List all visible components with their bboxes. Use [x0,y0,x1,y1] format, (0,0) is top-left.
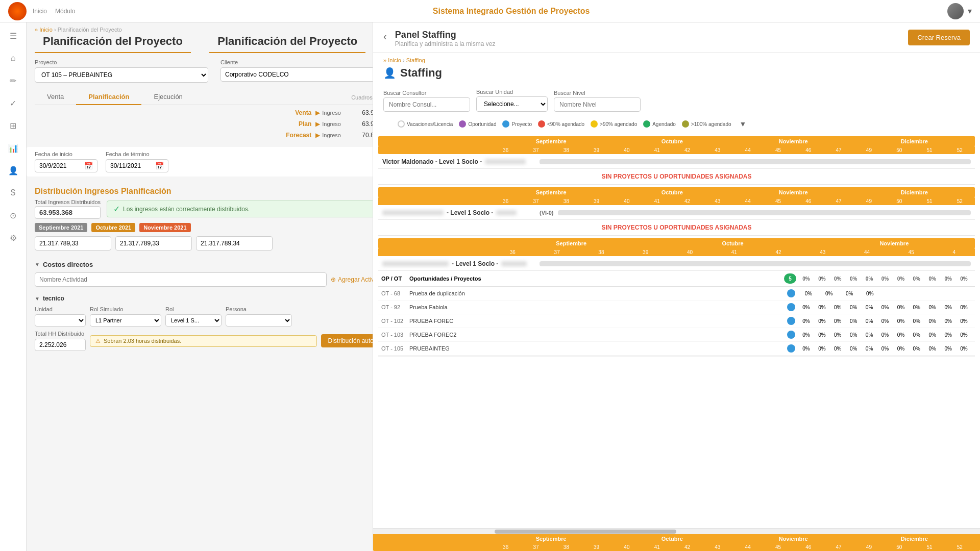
rol-label: Rol [165,306,222,312]
buscar-consultor-label: Buscar Consultor [383,90,470,96]
app-logo[interactable] [8,2,27,20]
month-header-row-3: Septiembre Octubre Noviembre [378,238,975,248]
proj-row-103: OT - 103 PRUEBA FOREC2 0%0%0%0% 0%0%0%0%… [378,328,975,342]
panel-header: ‹ Panel Staffing Planifica y administra … [373,22,980,53]
dist-ok-msg: ✓ Los ingresos están correctamente distr… [107,201,386,217]
proj-dot-105 [787,344,795,353]
buscar-unidad-select[interactable]: Seleccione... [476,96,548,112]
buscar-nivel-input[interactable] [554,97,641,112]
oportunidades-header: Oportunidades / Proyectos [409,276,784,282]
crear-reserva-button[interactable]: Crear Reserva [908,30,970,45]
staffing-grid[interactable]: Septiembre Octubre Noviembre Diciembre 3… [373,134,980,528]
proj-row-105: OT - 105 PRUEBAINTEG 0%0%0%0% 0%0%0%0% 0… [378,342,975,356]
badge-sep: Septiembre 2021 [35,223,87,232]
rol-simulado-select[interactable]: L1 Partner [90,314,161,327]
tab-venta[interactable]: Venta [35,89,76,105]
nav-link-1[interactable]: Inicio [33,8,47,15]
proj-pcts-103: 0%0%0%0% 0%0%0%0% 0%0%0% [798,332,972,338]
user-avatar[interactable] [947,3,964,19]
sidebar-icon-edit[interactable]: ✏ [6,73,20,88]
nav-link-2[interactable]: Módulo [55,8,75,15]
week-header-row-3: 36373839 40414243 44454 [378,248,975,256]
panel-breadcrumb: » Inicio › Staffing [373,53,980,63]
rol-select[interactable]: Level 1 S... [165,314,222,327]
bottom-month-row: Septiembre Octubre Noviembre Diciembre [373,534,980,543]
tabs-row: Venta Planificación Ejecución Cuadros Re… [35,89,386,105]
vi0-label: (VI-0) [540,210,554,216]
cliente-input[interactable] [220,67,394,82]
legend-dot-green [643,120,650,128]
left-sidebar: ☰ ⌂ ✏ ✓ ⊞ 📊 👤 $ ⊙ ⚙ [0,22,27,551]
calendar-icon-inicio[interactable]: 📅 [84,162,93,170]
proj-pcts-105: 0%0%0%0% 0%0%0%0% 0%0%0% [798,346,972,352]
resource-row: Unidad Rol Simulado L1 Partner Rol Level… [35,306,386,327]
tab-ejecucion[interactable]: Ejecución [141,89,194,105]
panel-breadcrumb-inicio[interactable]: » Inicio [383,57,401,63]
sidebar-icon-clock[interactable]: ⊙ [6,208,20,222]
person-level-2: - Level 1 Socio - [447,209,493,216]
chevron-down-icon-2[interactable]: ▼ [35,296,40,302]
main-area: » Inicio › Planificación del Proyecto Pl… [27,22,394,551]
person-bar-victor [540,159,971,164]
proj-dot-103 [787,331,795,339]
dist-oct-input[interactable] [115,236,192,251]
sidebar-icon-check[interactable]: ✓ [6,96,20,110]
proj-count-badge: 5 [784,273,796,284]
breadcrumb-inicio[interactable]: » Inicio [35,27,53,33]
sidebar-icon-chart[interactable]: 📊 [6,141,20,155]
person-row-2: - Level 1 Socio - (VI-0) [378,206,975,220]
buscar-consultor-input[interactable] [383,97,470,112]
panel-breadcrumb-staffing[interactable]: Staffing [406,57,425,63]
costos-title: ▼ Costos directos [35,261,386,268]
proj-pcts-102: 0%0%0%0% 0%0%0%0% 0%0%0% [798,318,972,324]
sidebar-icon-dollar[interactable]: $ [6,186,20,200]
sidebar-icon-user[interactable]: 👤 [6,163,20,178]
fecha-termino-label: Fecha de término [106,151,168,157]
bottom-week-row: 36373839 40414243 44454647 49505152 [373,543,980,551]
hh-input[interactable] [35,339,86,351]
legend-sup90: >90% agendado [591,120,637,128]
unidad-select[interactable] [35,314,86,327]
sidebar-icon-settings[interactable]: ⚙ [6,231,20,245]
op-ot-header: OP / OT [381,276,409,282]
legend-dot-olive [682,120,689,128]
no-projects-row-1: SIN PROYECTOS U OPORTUNIDADES ASIGNADAS [378,169,975,185]
proj-row-102: OT - 102 PRUEBA FOREC 0%0%0%0% 0%0%0%0% … [378,314,975,328]
calendar-icon-termino[interactable]: 📅 [155,162,164,170]
legend-sub90: <90% agendado [538,120,584,128]
tab-planificacion[interactable]: Planificación [76,89,141,105]
user-menu-arrow[interactable]: ▾ [968,6,972,16]
h-scroll-thumb[interactable] [495,530,677,534]
sidebar-icon-grid[interactable]: ⊞ [6,118,20,133]
proyecto-select[interactable]: OT 105 – PRUEBAINTEG [35,67,208,83]
fecha-inicio-input[interactable] [39,162,80,169]
no-projects-row-2: SIN PROYECTOS U OPORTUNIDADES ASIGNADAS [378,220,975,236]
month-header-row-2: Septiembre Octubre Noviembre Diciembre [378,187,975,197]
persona-label: Persona [226,306,292,312]
panel-subtitle: Planifica y administra a la misma vez [395,40,496,47]
person-bar-2 [558,210,971,215]
sidebar-icon-home[interactable]: ⌂ [6,51,20,65]
rol-simulado-label: Rol Simulado [90,306,161,312]
back-button[interactable]: ‹ [383,31,387,42]
panel-title: Panel Staffing [395,30,496,40]
dist-nov-input[interactable] [196,236,273,251]
filter-icon[interactable]: ▼ [740,120,747,128]
activity-input[interactable] [35,272,327,287]
proj-pcts-68: 0%0%0%0% [798,291,972,296]
proj-pcts-92: 0%0%0%0% 0%0%0%0% 0%0%0% [798,305,972,310]
chevron-down-icon[interactable]: ▼ [35,262,40,267]
dist-sep-input[interactable] [35,236,111,251]
legend-row: Vacaciones/Licencia Oportunidad Proyecto… [387,118,756,130]
sidebar-icon-menu[interactable]: ☰ [6,29,20,43]
persona-select[interactable] [226,314,292,327]
fecha-termino-input[interactable] [110,162,151,169]
cliente-label: Cliente [220,59,394,65]
proj-row-68: OT - 68 Prueba de duplicación 0%0%0%0% [378,287,975,300]
proj-dot-92 [787,303,795,311]
legend-agendado: Agendado [643,120,676,128]
dist-values-row [35,236,386,251]
forecast-label: Forecast [286,132,311,139]
horizontal-scrollbar[interactable] [373,528,980,534]
buscar-nivel-label: Buscar Nivel [554,90,641,96]
